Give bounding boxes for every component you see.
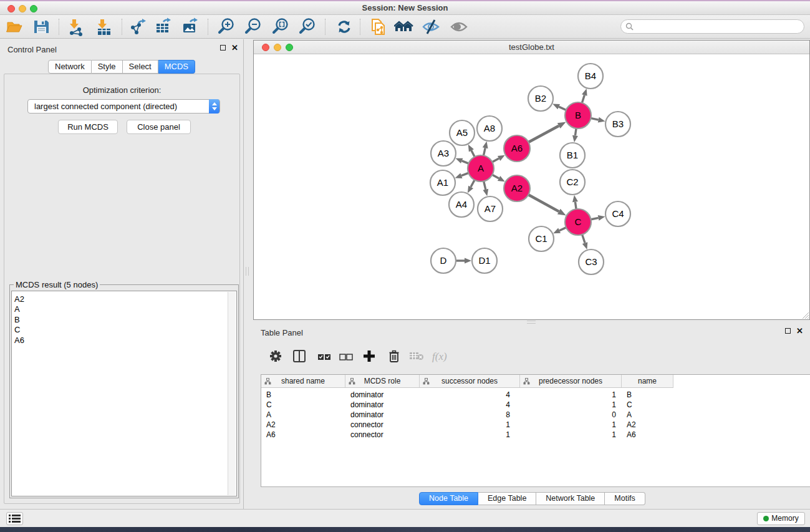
- table-tab-network-table[interactable]: Network Table: [536, 492, 605, 505]
- result-item[interactable]: B: [12, 315, 236, 325]
- select-all-icon[interactable]: [317, 352, 331, 364]
- import-table-icon[interactable]: [95, 17, 113, 36]
- dropdown-stepper-icon: [209, 99, 219, 114]
- table-close-panel-icon[interactable]: ✕: [796, 328, 803, 334]
- horizontal-divider-grip[interactable]: [527, 321, 536, 324]
- node-label-B4: B4: [585, 70, 596, 81]
- cell-shared-name: C: [261, 400, 345, 410]
- zoom-selected-icon[interactable]: [298, 17, 317, 36]
- node-label-A5: A5: [456, 127, 468, 138]
- add-column-icon[interactable]: [362, 349, 376, 365]
- search-input[interactable]: [620, 19, 804, 34]
- edge-A2-C[interactable]: [528, 194, 559, 211]
- table-tab-edge-table[interactable]: Edge Table: [478, 492, 536, 505]
- node-label-C2: C2: [566, 177, 578, 187]
- float-panel-icon[interactable]: [220, 45, 226, 51]
- table-row[interactable]: Cdominator41C: [261, 400, 673, 410]
- cell-predecessor-nodes: 0: [520, 410, 622, 420]
- table-row[interactable]: A2connector11A2: [261, 420, 673, 430]
- table-tab-motifs[interactable]: Motifs: [605, 492, 645, 505]
- zoom-fit-icon[interactable]: [271, 17, 290, 36]
- zoom-traffic-light[interactable]: [30, 5, 37, 12]
- node-label-D1: D1: [478, 255, 490, 266]
- cell-predecessor-nodes: 1: [520, 420, 622, 430]
- column-header-shared-name[interactable]: shared name: [261, 375, 345, 387]
- network-zoom-traffic-light[interactable]: [286, 44, 293, 51]
- edge-arrowhead: [455, 158, 463, 163]
- column-header-name[interactable]: name: [622, 375, 673, 387]
- memory-button[interactable]: Memory: [757, 512, 805, 525]
- clone-network-icon[interactable]: [369, 17, 388, 36]
- resize-grip-icon[interactable]: [802, 312, 809, 319]
- column-header-MCDS-role[interactable]: MCDS role: [345, 375, 420, 387]
- edge-arrowhead: [483, 142, 488, 149]
- close-traffic-light[interactable]: [7, 5, 15, 12]
- edge-arrowhead: [598, 215, 605, 221]
- show-all-icon[interactable]: [450, 17, 468, 36]
- node-label-C: C: [575, 216, 582, 227]
- table-header: shared nameMCDS rolesuccessor nodesprede…: [261, 375, 673, 388]
- tab-network[interactable]: Network: [48, 60, 92, 74]
- result-item[interactable]: A: [12, 304, 236, 314]
- mcds-result-title: MCDS result (5 nodes): [14, 280, 100, 289]
- table-tab-node-table[interactable]: Node Table: [419, 492, 478, 505]
- result-item[interactable]: A2: [12, 294, 236, 304]
- minimize-traffic-light[interactable]: [19, 5, 26, 12]
- network-graph-canvas[interactable]: B4B2BB3A5A8A6B1A3AC2A1A2A4A7C4CC1C3DD1: [254, 54, 809, 319]
- show-columns-icon[interactable]: [292, 349, 306, 365]
- optimization-criterion-dropdown[interactable]: largest connected component (directed): [27, 99, 220, 114]
- delete-table-icon[interactable]: [409, 352, 424, 363]
- result-scrollbar[interactable]: [228, 292, 236, 495]
- node-label-D: D: [440, 255, 447, 266]
- status-bar: Memory: [0, 509, 810, 527]
- table-row[interactable]: Bdominator41B: [261, 390, 673, 400]
- edge-arrowhead: [557, 209, 566, 216]
- import-network-icon[interactable]: [67, 17, 85, 36]
- table-settings-icon[interactable]: [269, 349, 282, 365]
- cell-name: A2: [622, 420, 673, 430]
- deselect-all-icon[interactable]: [339, 352, 353, 364]
- tab-mcds[interactable]: MCDS: [158, 60, 195, 74]
- tab-select[interactable]: Select: [123, 60, 158, 74]
- refresh-icon[interactable]: [335, 17, 354, 36]
- memory-status-dot: [763, 516, 769, 521]
- delete-column-icon[interactable]: [387, 349, 401, 365]
- cell-MCDS-role: connector: [345, 420, 420, 430]
- edge-A6-B[interactable]: [528, 126, 559, 143]
- save-session-icon[interactable]: [32, 17, 51, 36]
- table-row[interactable]: Adominator80A: [261, 410, 673, 420]
- edge-arrowhead: [552, 104, 560, 110]
- export-network-icon[interactable]: [128, 17, 147, 36]
- function-builder-icon[interactable]: f(x): [432, 351, 447, 363]
- result-item[interactable]: A6: [12, 336, 236, 346]
- hide-selected-icon[interactable]: [422, 17, 440, 36]
- column-header-predecessor-nodes[interactable]: predecessor nodes: [520, 375, 622, 387]
- network-minimize-traffic-light[interactable]: [274, 44, 281, 51]
- close-panel-button[interactable]: Close panel: [127, 120, 191, 134]
- cell-MCDS-role: connector: [345, 430, 420, 440]
- node-label-B2: B2: [535, 93, 546, 104]
- node-label-A: A: [478, 163, 484, 173]
- result-item[interactable]: C: [12, 325, 236, 335]
- export-image-icon[interactable]: [181, 17, 200, 36]
- network-close-traffic-light[interactable]: [262, 44, 269, 51]
- edge-arrowhead: [455, 173, 463, 178]
- open-session-icon[interactable]: [5, 17, 24, 36]
- close-panel-icon[interactable]: ✕: [231, 45, 238, 51]
- zoom-in-icon[interactable]: [217, 17, 236, 36]
- zoom-out-icon[interactable]: [244, 17, 263, 36]
- vertical-divider-grip[interactable]: [246, 267, 249, 276]
- first-neighbors-icon[interactable]: [394, 17, 413, 36]
- dropdown-value: largest connected component (directed): [34, 102, 177, 111]
- table-row[interactable]: A6connector11A6: [261, 430, 673, 440]
- table-float-panel-icon[interactable]: [785, 328, 791, 334]
- mcds-result-list[interactable]: A2ABCA6: [11, 291, 237, 496]
- network-view-window: testGlobe.txt B4B2BB3A5A8A6B1A3AC2A1A2A4…: [253, 40, 810, 320]
- task-history-button[interactable]: [6, 512, 23, 525]
- tab-style[interactable]: Style: [92, 60, 123, 74]
- run-mcds-button[interactable]: Run MCDS: [58, 120, 118, 134]
- node-label-C1: C1: [535, 233, 547, 244]
- node-label-A7: A7: [485, 203, 496, 214]
- column-header-successor-nodes[interactable]: successor nodes: [420, 375, 520, 387]
- export-table-icon[interactable]: [154, 17, 173, 36]
